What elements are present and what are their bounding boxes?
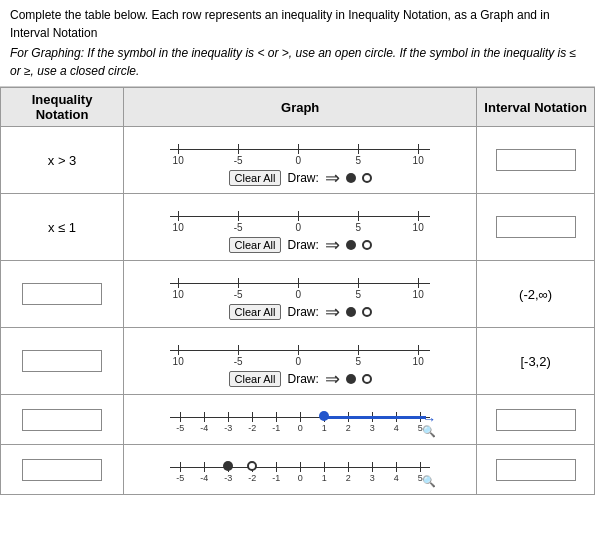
tick <box>300 412 301 422</box>
number-line-1: 10 -5 0 5 10 <box>160 135 440 165</box>
closed-dot-6 <box>223 461 233 471</box>
interval-input-1[interactable] <box>496 149 576 171</box>
table-row: 10 -5 0 5 10 Clear All Draw: ⇒ <box>1 328 595 395</box>
tick <box>298 345 299 355</box>
inequality-cell-3 <box>1 261 124 328</box>
tick-label: 1 <box>322 473 327 483</box>
draw-arrow-icon-4[interactable]: ⇒ <box>325 368 340 390</box>
tick-label: -3 <box>224 423 232 433</box>
table-row: -5 -4 -3 -2 -1 0 1 2 3 <box>1 395 595 445</box>
tick-label: 5 <box>355 155 361 166</box>
number-line-3: 10 -5 0 5 10 <box>160 269 440 299</box>
tick <box>358 144 359 154</box>
graph-cell-1: 10 -5 0 5 10 Clear All Draw: ⇒ <box>124 127 477 194</box>
tick <box>252 412 253 422</box>
tick <box>372 462 373 472</box>
blue-line-5 <box>324 416 426 419</box>
number-line-5: -5 -4 -3 -2 -1 0 1 2 3 <box>160 403 440 438</box>
inequality-cell-5 <box>1 395 124 445</box>
interval-input-5[interactable] <box>496 409 576 431</box>
tick-label: -5 <box>234 289 243 300</box>
inequality-input-4[interactable] <box>22 350 102 372</box>
inequality-cell-1: x > 3 <box>1 127 124 194</box>
tick-label: -2 <box>248 423 256 433</box>
tick <box>238 278 239 288</box>
clear-all-button-3[interactable]: Clear All <box>229 304 282 320</box>
tick-label: 0 <box>298 423 303 433</box>
tick-label: 2 <box>346 423 351 433</box>
table-row: -5 -4 -3 -2 -1 0 1 2 3 <box>1 445 595 495</box>
header-line1: Complete the table below. Each row repre… <box>10 6 585 42</box>
tick-label: -5 <box>234 356 243 367</box>
interval-cell-3: (-2,∞) <box>477 261 595 328</box>
inequality-input-3[interactable] <box>22 283 102 305</box>
clear-all-button-2[interactable]: Clear All <box>229 237 282 253</box>
axis-3 <box>170 283 430 284</box>
tick <box>238 211 239 221</box>
interval-input-6[interactable] <box>496 459 576 481</box>
tick-label: 0 <box>295 155 301 166</box>
clear-all-button-1[interactable]: Clear All <box>229 170 282 186</box>
tick <box>324 462 325 472</box>
tick-label: 4 <box>394 473 399 483</box>
zoom-icon-5: 🔍 <box>422 425 436 438</box>
tick <box>358 345 359 355</box>
tick <box>420 462 421 472</box>
tick <box>298 144 299 154</box>
closed-dot-icon-3[interactable] <box>346 307 356 317</box>
tick-label: 3 <box>370 473 375 483</box>
number-line-6: -5 -4 -3 -2 -1 0 1 2 3 <box>160 453 440 488</box>
clear-all-button-4[interactable]: Clear All <box>229 371 282 387</box>
draw-arrow-icon-1[interactable]: ⇒ <box>325 167 340 189</box>
inequality-text-2: x ≤ 1 <box>48 220 76 235</box>
draw-arrow-icon-3[interactable]: ⇒ <box>325 301 340 323</box>
table-row: x ≤ 1 10 -5 0 5 10 Clear All <box>1 194 595 261</box>
number-line-2: 10 -5 0 5 10 <box>160 202 440 232</box>
tick-label: 10 <box>173 289 184 300</box>
closed-dot-icon-2[interactable] <box>346 240 356 250</box>
tick-label: 10 <box>173 155 184 166</box>
tick <box>204 462 205 472</box>
tick <box>276 462 277 472</box>
tick-label: 4 <box>394 423 399 433</box>
draw-label-2: Draw: <box>287 238 318 252</box>
open-dot-icon-3[interactable] <box>362 307 372 317</box>
tick <box>298 211 299 221</box>
closed-dot-icon-1[interactable] <box>346 173 356 183</box>
interval-text-3: (-2,∞) <box>519 287 552 302</box>
table-row: x > 3 10 -5 0 5 10 Cle <box>1 127 595 194</box>
open-dot-icon-4[interactable] <box>362 374 372 384</box>
tick <box>178 278 179 288</box>
main-table: Inequality Notation Graph Interval Notat… <box>0 87 595 495</box>
tick-label: 2 <box>346 473 351 483</box>
tick-label: 10 <box>413 222 424 233</box>
header-line2: For Graphing: If the symbol in the inequ… <box>10 44 585 80</box>
tick <box>228 412 229 422</box>
tick-label: 10 <box>413 155 424 166</box>
tick-label: -1 <box>272 423 280 433</box>
tick <box>300 462 301 472</box>
open-dot-6 <box>247 461 257 471</box>
tick <box>178 345 179 355</box>
graph-cell-2: 10 -5 0 5 10 Clear All Draw: ⇒ <box>124 194 477 261</box>
draw-label-1: Draw: <box>287 171 318 185</box>
graph-cell-6: -5 -4 -3 -2 -1 0 1 2 3 <box>124 445 477 495</box>
tick-label: 5 <box>355 222 361 233</box>
interval-cell-4: [-3,2) <box>477 328 595 395</box>
open-dot-icon-1[interactable] <box>362 173 372 183</box>
inequality-input-6[interactable] <box>22 459 102 481</box>
tick <box>418 144 419 154</box>
inequality-input-5[interactable] <box>22 409 102 431</box>
axis-2 <box>170 216 430 217</box>
tick-label: -2 <box>248 473 256 483</box>
tick <box>418 211 419 221</box>
interval-input-2[interactable] <box>496 216 576 238</box>
table-row: 10 -5 0 5 10 Clear All Draw: ⇒ <box>1 261 595 328</box>
draw-arrow-icon-2[interactable]: ⇒ <box>325 234 340 256</box>
interval-cell-5 <box>477 395 595 445</box>
col-header-interval: Interval Notation <box>477 88 595 127</box>
closed-dot-icon-4[interactable] <box>346 374 356 384</box>
tick <box>348 462 349 472</box>
tick <box>418 278 419 288</box>
open-dot-icon-2[interactable] <box>362 240 372 250</box>
